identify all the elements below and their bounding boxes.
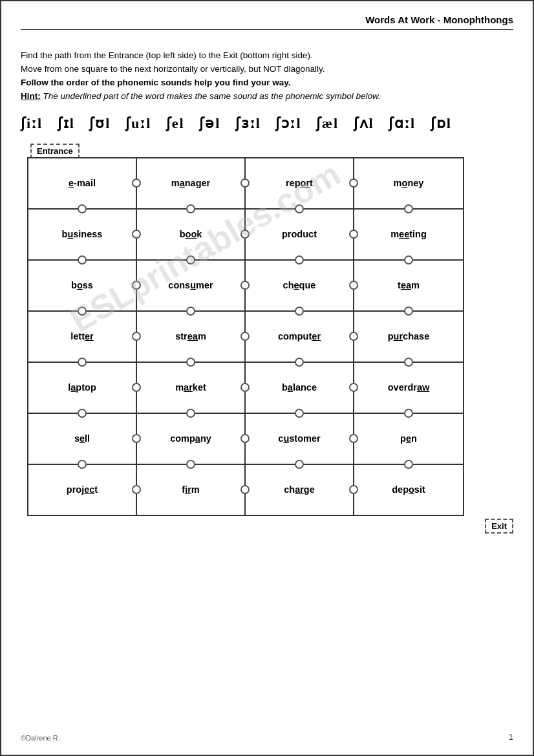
cell-word: boss: [71, 280, 93, 290]
cell-word: pen: [400, 433, 417, 444]
cell-sell: sell: [28, 414, 137, 464]
cell-word: overdraw: [388, 382, 429, 393]
instructions-block: Find the path from the Entrance (top lef…: [21, 49, 460, 103]
cell-word: book: [180, 229, 202, 239]
page-number: 1: [509, 732, 513, 742]
cell-word: team: [398, 280, 420, 290]
cell-email: e-mail: [28, 158, 137, 208]
entrance-label: Entrance: [27, 144, 513, 157]
hint-text: The underlined part of the word makes th…: [43, 91, 381, 101]
cell-book: book: [137, 210, 246, 259]
page-title: Words At Work - Monophthongs: [365, 14, 513, 25]
cell-computer: computer: [246, 312, 354, 362]
cell-product: product: [246, 210, 354, 259]
maze-grid: e-mail manager report money: [27, 157, 464, 516]
page: Words At Work - Monophthongs Find the pa…: [0, 0, 534, 756]
instruction-line3: Follow the order of the phonemic sounds …: [21, 78, 291, 87]
grid-row: laptop market balance overdraw: [28, 363, 463, 414]
cell-laptop: laptop: [28, 363, 137, 413]
cell-overdraw: overdraw: [354, 363, 463, 413]
cell-word: purchase: [388, 331, 429, 341]
hint-label: Hint:: [21, 91, 41, 101]
cell-meeting: meeting: [354, 210, 463, 259]
cell-word: company: [170, 433, 211, 444]
cell-word: customer: [278, 433, 320, 444]
cell-word: sell: [74, 433, 90, 444]
cell-word: product: [282, 229, 317, 239]
cell-market: market: [137, 363, 246, 413]
cell-stream: stream: [137, 312, 246, 362]
cell-pen: pen: [354, 414, 463, 464]
cell-money: money: [354, 158, 463, 208]
cell-word: report: [286, 178, 313, 188]
cell-manager: manager: [137, 158, 246, 208]
cell-word: deposit: [392, 484, 425, 495]
cell-consumer: consumer: [137, 261, 246, 310]
cell-customer: customer: [246, 414, 354, 464]
grid-row: project firm charge deposit: [28, 465, 463, 515]
cell-word: balance: [282, 382, 317, 393]
cell-word: laptop: [68, 382, 96, 393]
cell-word: cheque: [283, 280, 316, 290]
cell-balance: balance: [246, 363, 354, 413]
grid-row: boss consumer cheque team: [28, 261, 463, 312]
cell-word: stream: [175, 331, 206, 341]
cell-word: meeting: [390, 229, 427, 239]
cell-charge: charge: [246, 465, 354, 515]
cell-word: project: [67, 484, 98, 495]
grid-row: sell company customer pen: [28, 414, 463, 465]
cell-word: letter: [70, 331, 93, 341]
cell-deposit: deposit: [354, 465, 463, 515]
cell-company: company: [137, 414, 246, 464]
cell-business: business: [28, 210, 137, 259]
instruction-line2: Move from one square to the next horizon…: [21, 64, 325, 74]
exit-label: Exit: [485, 519, 513, 534]
cell-word: e-mail: [69, 178, 96, 188]
cell-word: charge: [284, 484, 315, 495]
cell-word: business: [62, 229, 103, 239]
grid-row: business book product meeting: [28, 210, 463, 261]
cell-firm: firm: [137, 465, 246, 515]
grid-row: letter stream computer purchase: [28, 312, 463, 363]
grid-row: e-mail manager report money: [28, 158, 463, 210]
page-header: Words At Work - Monophthongs: [21, 14, 513, 30]
cell-team: team: [354, 261, 463, 310]
cell-word: computer: [278, 331, 321, 341]
cell-word: manager: [171, 178, 210, 188]
cell-word: firm: [182, 484, 199, 495]
cell-project: project: [28, 465, 137, 515]
phonemic-symbols: ʃiːl ʃɪl ʃʊl ʃuːl ʃel ʃəl ʃɜːl ʃɔːl ʃæl …: [21, 115, 513, 132]
instruction-line1: Find the path from the Entrance (top lef…: [21, 50, 313, 60]
footer-copyright: ©Dalrene R.: [21, 734, 60, 742]
cell-word: market: [175, 382, 206, 393]
cell-word: money: [394, 178, 424, 188]
cell-report: report: [246, 158, 354, 208]
cell-letter: letter: [28, 312, 137, 362]
cell-cheque: cheque: [246, 261, 354, 310]
cell-word: consumer: [168, 280, 213, 290]
cell-boss: boss: [28, 261, 137, 310]
cell-purchase: purchase: [354, 312, 463, 362]
maze-container: Entrance e-mail manager report: [27, 144, 513, 534]
